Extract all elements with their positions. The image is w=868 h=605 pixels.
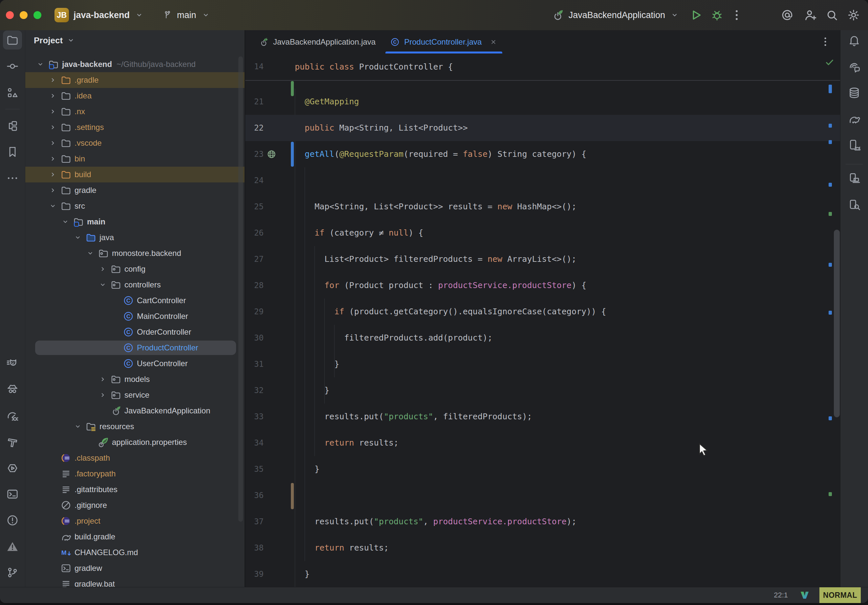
code-text[interactable]: if (category ≠ null) { <box>295 220 423 246</box>
device-explorer-button[interactable] <box>845 195 864 214</box>
notifications-button[interactable] <box>845 31 864 50</box>
incognito-plugin-button[interactable] <box>3 380 22 399</box>
chevron-right-icon[interactable] <box>48 91 57 101</box>
chevron-down-icon[interactable] <box>61 217 70 226</box>
tree-item-config[interactable]: config <box>25 261 245 277</box>
code-text[interactable]: public Map<String, List<Product>> <box>295 115 468 141</box>
problems-button[interactable] <box>3 511 22 530</box>
code-with-me-user-plus-icon[interactable] <box>803 8 817 22</box>
search-everywhere-icon[interactable] <box>825 8 839 22</box>
code-line-39[interactable]: 39 } <box>245 561 840 587</box>
tree-item-build[interactable]: build <box>25 167 245 183</box>
ai-assistant-at-icon[interactable] <box>780 8 794 22</box>
code-text[interactable]: } <box>295 351 339 377</box>
project-button[interactable] <box>3 31 22 50</box>
editor-tab-productcontroller-java[interactable]: CProductController.java <box>383 30 505 54</box>
code-text[interactable]: Map<String, List<Product>> results = new… <box>295 193 577 220</box>
code-text[interactable]: @GetMapping <box>295 88 359 115</box>
tree-item-main[interactable]: main <box>25 214 245 230</box>
tree-item-resources[interactable]: resources <box>25 419 245 435</box>
tree-item-models[interactable]: models <box>25 371 245 387</box>
chevron-right-icon[interactable] <box>48 186 57 195</box>
code-text[interactable]: return results; <box>295 535 389 561</box>
tree-item-ordercontroller[interactable]: COrderController <box>25 324 245 340</box>
tree-item-java[interactable]: java <box>25 230 245 245</box>
code-line-26[interactable]: 26 if (category ≠ null) { <box>245 220 840 246</box>
ideavim-icon[interactable] <box>799 590 810 601</box>
code-text[interactable]: } <box>295 561 310 587</box>
code-text[interactable]: results.put("products", productService.p… <box>295 509 577 535</box>
chevron-right-icon[interactable] <box>48 123 57 132</box>
chevron-down-icon[interactable] <box>86 249 95 258</box>
tree-item-java-backend[interactable]: java-backend~/Github/java-backend <box>25 56 245 72</box>
code-line-27[interactable]: 27 List<Product> filteredProducts = new … <box>245 246 840 272</box>
code-line-34[interactable]: 34 return results; <box>245 430 840 456</box>
tree-item-changelog-md[interactable]: MCHANGELOG.md <box>25 545 245 560</box>
tree-item-controllers[interactable]: controllers <box>25 277 245 292</box>
code-line-21[interactable]: 21 @GetMapping <box>245 88 840 115</box>
tree-item-application-properties[interactable]: application.properties <box>25 435 245 450</box>
tree-item-bin[interactable]: bin <box>25 151 245 167</box>
version-control-button[interactable] <box>3 563 22 582</box>
code-text[interactable]: public class ProductController { <box>295 54 453 80</box>
tree-item--classpath[interactable]: .classpath <box>25 450 245 466</box>
inspection-ok-check-icon[interactable] <box>824 57 835 68</box>
code-line-24[interactable]: 24 <box>245 167 840 193</box>
chevron-right-icon[interactable] <box>98 265 107 274</box>
chevron-down-icon[interactable] <box>98 280 107 289</box>
tree-item-javabackendapplication[interactable]: JavaBackendApplication <box>25 403 245 419</box>
editor-scrollbar[interactable] <box>834 230 840 417</box>
ai-assistant-button[interactable] <box>845 57 864 76</box>
tree-item--gitattributes[interactable]: .gitattributes <box>25 482 245 497</box>
code-line-32[interactable]: 32 } <box>245 377 840 404</box>
run-button[interactable] <box>689 8 703 22</box>
editor-options-kebab-icon[interactable] <box>819 36 832 48</box>
code-line-38[interactable]: 38 return results; <box>245 535 840 561</box>
code-text[interactable]: } <box>295 456 319 482</box>
more-tool-windows-button[interactable] <box>3 169 22 188</box>
chevron-right-icon[interactable] <box>98 390 107 399</box>
device-manager-button[interactable] <box>845 169 864 188</box>
tree-item--nx[interactable]: .nx <box>25 104 245 119</box>
chevron-right-icon[interactable] <box>98 375 107 384</box>
editor-tab-javabackendapplication-java[interactable]: JavaBackendApplication.java <box>252 30 383 54</box>
code-text[interactable]: filteredProducts.add(product); <box>295 325 493 351</box>
tree-item-usercontroller[interactable]: CUserController <box>25 356 245 371</box>
code-line-22[interactable]: 22 public Map<String, List<Product>> <box>245 115 840 141</box>
gradle-button[interactable] <box>845 109 864 128</box>
vcs-change-marker[interactable] <box>291 483 294 509</box>
tree-item--gradle[interactable]: .gradle <box>25 72 245 88</box>
database-button[interactable] <box>845 84 864 102</box>
code-line-30[interactable]: 30 filteredProducts.add(product); <box>245 325 840 351</box>
speedy-cat-plugin-button[interactable] <box>3 354 22 373</box>
run-anything-button[interactable] <box>3 459 22 478</box>
chevron-down-icon[interactable] <box>36 60 45 69</box>
warnings-button[interactable] <box>3 537 22 556</box>
chevron-right-icon[interactable] <box>48 154 57 163</box>
code-line-36[interactable]: 36 <box>245 482 840 509</box>
more-actions-kebab-icon[interactable] <box>730 8 744 22</box>
services-button[interactable] <box>3 116 22 136</box>
commit-button[interactable] <box>3 57 22 76</box>
tree-item-monostore-backend[interactable]: monostore.backend <box>25 245 245 261</box>
code-text[interactable]: } <box>295 377 329 404</box>
chevron-right-icon[interactable] <box>48 138 57 148</box>
build-button[interactable] <box>3 432 22 452</box>
code-line-37[interactable]: 37 results.put("products", productServic… <box>245 509 840 535</box>
chevron-down-icon[interactable] <box>73 233 82 242</box>
tree-item--vscode[interactable]: .vscode <box>25 135 245 151</box>
run-configuration-widget[interactable]: JavaBackendApplication <box>552 9 680 21</box>
tree-item-productcontroller[interactable]: CProductController <box>25 340 245 356</box>
code-line-33[interactable]: 33 results.put("products", filteredProdu… <box>245 404 840 430</box>
tree-item--idea[interactable]: .idea <box>25 88 245 104</box>
profiler-button[interactable] <box>3 407 22 426</box>
chevron-right-icon[interactable] <box>48 107 57 116</box>
code-editor[interactable]: 14public class ProductController {21 @Ge… <box>245 54 840 587</box>
code-text[interactable]: results.put("products", filteredProducts… <box>295 404 532 430</box>
chevron-down-icon[interactable] <box>48 201 57 210</box>
settings-gear-icon[interactable] <box>846 8 861 22</box>
bookmarks-button[interactable] <box>3 142 22 161</box>
tree-item-service[interactable]: service <box>25 387 245 403</box>
vim-mode-badge[interactable]: NORMAL <box>819 587 861 603</box>
project-panel-header[interactable]: Project <box>25 30 76 51</box>
